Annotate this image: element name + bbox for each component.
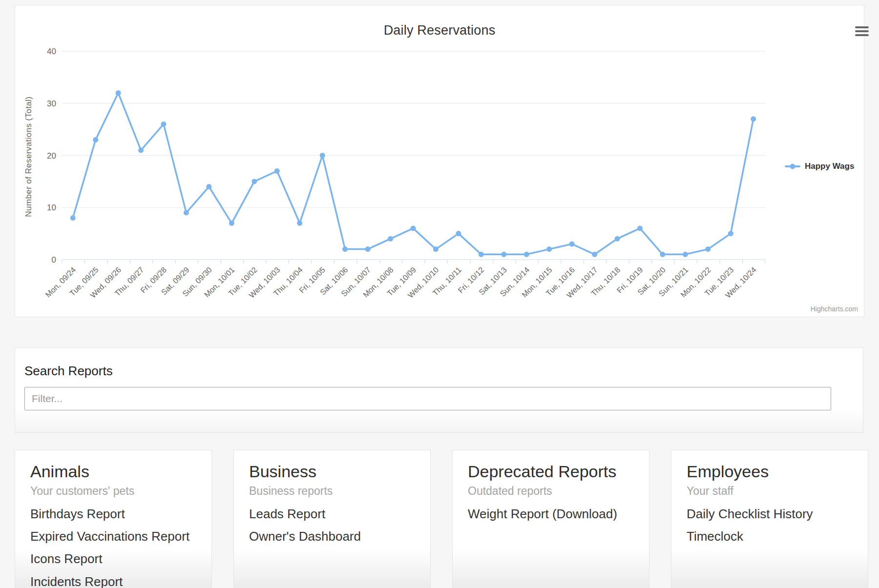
- category-title: Animals: [30, 462, 200, 481]
- data-point-marker[interactable]: [524, 252, 529, 257]
- report-link[interactable]: Icons Report: [30, 552, 200, 566]
- data-point-marker[interactable]: [705, 246, 711, 252]
- category-title: Employees: [687, 462, 856, 481]
- category-subtitle: Your customers' pets: [30, 485, 200, 498]
- report-link[interactable]: Birthdays Report: [30, 507, 200, 521]
- data-point-marker[interactable]: [660, 252, 665, 257]
- y-axis-tick-label: 10: [47, 203, 56, 212]
- report-category-card: AnimalsYour customers' petsBirthdays Rep…: [15, 450, 212, 588]
- y-axis-tick-label: 0: [52, 255, 56, 264]
- data-point-marker[interactable]: [479, 252, 484, 257]
- data-point-marker[interactable]: [615, 236, 620, 242]
- data-point-marker[interactable]: [365, 246, 371, 252]
- reports-page: { "chart_data": { "type": "line", "title…: [0, 0, 879, 588]
- report-category-card: Deprecated ReportsOutdated reportsWeight…: [452, 450, 649, 588]
- daily-reservations-card: Daily Reservations Number of Reservation…: [15, 5, 864, 317]
- legend-series-marker-icon: [785, 165, 800, 167]
- data-point-marker[interactable]: [751, 116, 756, 122]
- report-link[interactable]: Timeclock: [687, 530, 856, 543]
- report-link[interactable]: Owner's Dashboard: [249, 530, 419, 543]
- data-point-marker[interactable]: [184, 210, 189, 215]
- data-point-marker[interactable]: [206, 184, 211, 189]
- data-point-marker[interactable]: [433, 246, 439, 252]
- data-point-marker[interactable]: [138, 147, 144, 153]
- report-link[interactable]: Expired Vaccinations Report: [30, 530, 200, 543]
- report-link[interactable]: Leads Report: [249, 507, 419, 521]
- data-point-marker[interactable]: [297, 221, 302, 226]
- category-title: Business: [249, 462, 419, 481]
- category-title: Deprecated Reports: [468, 462, 637, 481]
- report-categories: AnimalsYour customers' petsBirthdays Rep…: [15, 450, 868, 588]
- data-point-marker[interactable]: [411, 225, 416, 231]
- report-link[interactable]: Incidents Report: [30, 575, 200, 588]
- y-axis-tick-label: 30: [47, 99, 56, 108]
- data-point-marker[interactable]: [569, 242, 575, 247]
- category-subtitle: Your staff: [687, 485, 856, 498]
- data-point-marker[interactable]: [251, 179, 257, 184]
- data-point-marker[interactable]: [93, 137, 98, 142]
- filter-input[interactable]: [24, 387, 831, 410]
- legend-label: Happy Wags: [805, 162, 854, 171]
- data-point-marker[interactable]: [546, 246, 552, 252]
- report-link[interactable]: Daily Checklist History: [687, 507, 856, 521]
- data-point-marker[interactable]: [342, 246, 348, 252]
- category-subtitle: Outdated reports: [468, 485, 637, 498]
- data-point-marker[interactable]: [683, 252, 688, 257]
- data-point-marker[interactable]: [637, 225, 643, 231]
- y-axis-tick-label: 40: [47, 47, 56, 56]
- search-reports-card: Search Reports: [15, 347, 863, 433]
- legend-item-happy-wags[interactable]: Happy Wags: [785, 160, 854, 173]
- y-axis-tick-label: 20: [47, 151, 56, 161]
- data-point-marker[interactable]: [70, 215, 76, 221]
- data-point-marker[interactable]: [116, 90, 121, 96]
- data-point-marker[interactable]: [229, 221, 234, 226]
- data-point-marker[interactable]: [161, 122, 167, 127]
- report-category-card: EmployeesYour staffDaily Checklist Histo…: [671, 450, 868, 588]
- highcharts-credit-link[interactable]: Highcharts.com: [811, 305, 858, 313]
- search-reports-title: Search Reports: [24, 364, 863, 379]
- reservations-line-chart: 010203040Mon, 09/24Tue, 09/25Wed, 09/26T…: [15, 5, 865, 318]
- data-point-marker[interactable]: [456, 231, 461, 236]
- report-category-card: BusinessBusiness reportsLeads ReportOwne…: [233, 450, 431, 588]
- report-link[interactable]: Weight Report (Download): [468, 507, 637, 521]
- data-point-marker[interactable]: [501, 252, 506, 257]
- data-point-marker[interactable]: [592, 252, 597, 257]
- data-point-marker[interactable]: [388, 236, 393, 242]
- data-point-marker[interactable]: [274, 168, 280, 174]
- data-point-marker[interactable]: [320, 153, 325, 158]
- category-subtitle: Business reports: [249, 485, 419, 498]
- data-point-marker[interactable]: [728, 231, 733, 236]
